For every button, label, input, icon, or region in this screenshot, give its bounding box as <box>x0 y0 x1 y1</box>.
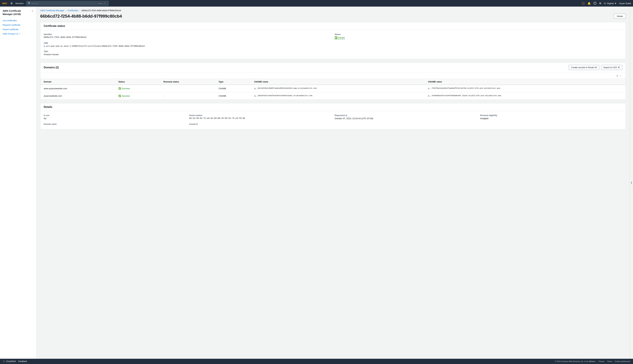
breadcrumb-certificates[interactable]: Certificates <box>68 9 78 12</box>
renewal-cell-1: - <box>160 92 215 100</box>
type-field: Type Amazon Issued <box>44 50 622 56</box>
terminal-icon[interactable]: ⬛ <box>582 2 585 5</box>
renewal-eligibility-value: Ineligible <box>480 117 622 120</box>
aws-private-ca-link[interactable]: AWS Private CA ↗ <box>0 32 36 36</box>
cname-value-value-0: _7555f8a3c8a9361faabdafbfee7a6708.knjdlt… <box>431 87 501 89</box>
main-content: AWS Certificate Manager › Certificates ›… <box>36 6 630 359</box>
external-link-icon: ↗ <box>19 33 21 35</box>
export-icon: ⬆ <box>618 66 620 69</box>
cname-name-value-1: _2bb2bfda7c66af8c036422465b415a8c.aryans… <box>257 95 313 97</box>
sidebar-close-button[interactable]: × <box>31 9 34 13</box>
right-panel-toggle[interactable]: ℹ <box>630 6 633 359</box>
aws-logo[interactable]: aws <box>2 2 8 5</box>
right-panel-icon: ℹ <box>631 181 632 184</box>
sidebar-item-aws-private-ca[interactable]: AWS Private CA ↗ <box>0 32 36 36</box>
details-card: Details In use No Serial number 0d:1b:48… <box>40 103 626 130</box>
requested-at-field: Requested at October 07, 2023, 22:02:44 … <box>335 114 477 120</box>
cname-name-row-0: ⧉ _95c3d23b4c008dfcadeed5b518ed3d1d.www.… <box>254 87 421 90</box>
sidebar-header: AWS Certificate Manager (ACM) × <box>0 9 36 18</box>
identifier-label: Identifier <box>44 33 331 36</box>
cloudshell-button[interactable]: ⬛ CloudShell <box>3 360 16 362</box>
col-cname-value: CNAME value <box>425 79 625 85</box>
cname-value-cell-0: ⧉ _7555f8a3c8a9361faabdafbfee7a6708.knjd… <box>425 85 625 92</box>
sidebar-nav: List certificates Request certificate Im… <box>0 18 36 36</box>
issued-at-label: Issued at <box>189 123 331 125</box>
cookie-link[interactable]: Cookie preferences <box>615 360 630 362</box>
cloudshell-label: CloudShell <box>6 360 16 362</box>
arn-copy-icon[interactable]: ⧉ <box>44 45 45 48</box>
feedback-button[interactable]: Feedback <box>18 360 27 362</box>
services-label[interactable]: Services <box>14 2 25 5</box>
page-header: 66b6cd72-f254-4b88-b6dd-97f999c80cb4 Del… <box>40 14 626 19</box>
status-cell-1: ✅ Success <box>115 92 160 100</box>
notifications-icon[interactable]: 🔔 <box>587 2 591 5</box>
breadcrumb-acm[interactable]: AWS Certificate Manager <box>40 9 64 12</box>
serial-number-label: Serial number <box>189 114 331 116</box>
export-csv-button[interactable]: Export to CSV ⬆ <box>601 65 622 70</box>
requested-at-label: Requested at <box>335 114 477 116</box>
cloudshell-icon: ⬛ <box>3 360 5 362</box>
sidebar: AWS Certificate Manager (ACM) × List cer… <box>0 6 36 359</box>
domains-table: Domain Status Renewal status Type CNAME … <box>40 79 625 100</box>
user-name[interactable]: Aryan Gulati <box>619 2 631 4</box>
status-success-icon-1: ✅ <box>118 95 121 97</box>
privacy-link[interactable]: Privacy <box>598 360 604 362</box>
help-icon[interactable]: ? <box>593 2 596 5</box>
details-body: In use No Serial number 0d:1b:48:d2:72:a… <box>40 111 625 129</box>
sidebar-item-request-certificate[interactable]: Request certificate <box>0 23 36 27</box>
bottom-right: © 2023, Amazon Web Services, Inc. or its… <box>555 360 630 362</box>
status-success-icon-0: ✅ <box>118 87 121 90</box>
pagination-prev-button[interactable]: ‹ <box>612 74 615 78</box>
bottom-bar: ⬛ CloudShell Feedback © 2023, Amazon Web… <box>0 359 633 364</box>
pagination-next-button[interactable]: › <box>619 74 622 78</box>
services-grid-icon[interactable]: ⊞ <box>11 2 13 5</box>
sidebar-item-import-certificate[interactable]: Import certificate <box>0 27 36 32</box>
breadcrumb-current: 66b6cd72-f254-4b88-b6dd-97f999c80cb4 <box>82 9 121 12</box>
terms-link[interactable]: Terms <box>607 360 612 362</box>
certificate-status-title: Certificate status <box>44 24 65 27</box>
certificate-status-header: Certificate status <box>40 22 625 30</box>
cname-value-cell-1: ⧉ _7b360dbd19fce4264f86d686455 1d1a5.knj… <box>425 92 625 100</box>
delete-button[interactable]: Delete <box>614 14 626 19</box>
domains-actions: Create records in Route 53 Export to CSV… <box>569 65 622 70</box>
create-route53-button[interactable]: Create records in Route 53 <box>569 65 599 70</box>
details-grid: In use No Serial number 0d:1b:48:d2:72:a… <box>44 114 622 120</box>
domain-name-label: Domain name <box>44 123 186 125</box>
list-certificates-link[interactable]: List certificates <box>0 18 36 23</box>
cname-name-copy-0[interactable]: ⧉ <box>254 87 256 90</box>
search-shortcut: [Option+S] <box>96 2 107 5</box>
breadcrumb-sep-1: › <box>66 10 66 12</box>
region-dropdown-icon: ▼ <box>614 2 617 4</box>
cname-value-copy-0[interactable]: ⧉ <box>428 87 430 90</box>
arn-row: ⧉ arn:aws:acm:us-east-1:049072111173:cer… <box>44 45 622 48</box>
status-grid: Identifier 66b6cd72-f254-4b88-b6dd-97f99… <box>44 33 622 39</box>
breadcrumb-sep-2: › <box>80 10 80 12</box>
status-success-badge-0: ✅ Success <box>118 87 130 90</box>
domain-name-field: Domain name <box>44 123 186 126</box>
domains-card: Domains (2) Create records in Route 53 E… <box>40 62 626 100</box>
settings-icon[interactable]: ⚙ <box>599 2 601 5</box>
serial-number-value: 0d:1b:48:d2:72:ad:4e:03:80:44:59:31:74:c… <box>189 117 331 120</box>
cname-value-copy-1[interactable]: ⧉ <box>428 95 430 97</box>
cname-value-value-1: _7b360dbd19fce4264f86d686455 1d1a5.knjdl… <box>431 95 502 97</box>
sidebar-item-list-certificates[interactable]: List certificates <box>0 18 36 23</box>
col-cname-name: CNAME name <box>251 79 425 85</box>
pagination: ‹ 1 › <box>612 74 622 78</box>
app-layout: AWS Certificate Manager (ACM) × List cer… <box>0 6 633 359</box>
status-value: ✅ Issued <box>335 36 622 39</box>
certificate-status-card: Certificate status Identifier 66b6cd72-f… <box>40 22 626 59</box>
import-certificate-link[interactable]: Import certificate <box>0 27 36 32</box>
details-header: Details <box>40 103 625 111</box>
status-label: Status <box>335 33 622 36</box>
bottom-left: ⬛ CloudShell Feedback <box>3 360 27 362</box>
search-input[interactable] <box>32 2 95 4</box>
arn-field: ARN ⧉ arn:aws:acm:us-east-1:049072111173… <box>44 42 622 48</box>
request-certificate-link[interactable]: Request certificate <box>0 23 36 27</box>
region-selector[interactable]: N. Virginia ▼ <box>604 2 617 4</box>
domains-header: Domains (2) Create records in Route 53 E… <box>40 62 625 72</box>
cname-name-row-1: ⧉ _2bb2bfda7c66af8c036422465b415a8c.arya… <box>254 95 421 97</box>
in-use-field: In use No <box>44 114 186 120</box>
search-bar[interactable]: 🔍 [Option+S] <box>26 1 109 6</box>
arn-label: ARN <box>44 42 622 44</box>
cname-name-copy-1[interactable]: ⧉ <box>254 95 256 97</box>
